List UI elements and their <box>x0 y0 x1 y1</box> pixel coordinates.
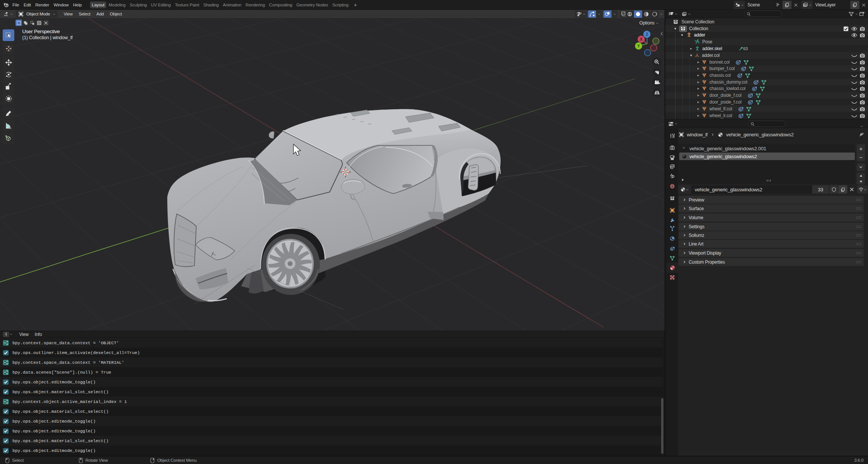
svg-text:Z: Z <box>646 32 648 37</box>
svg-text:X: X <box>640 37 643 41</box>
svg-text:Y: Y <box>637 44 640 48</box>
